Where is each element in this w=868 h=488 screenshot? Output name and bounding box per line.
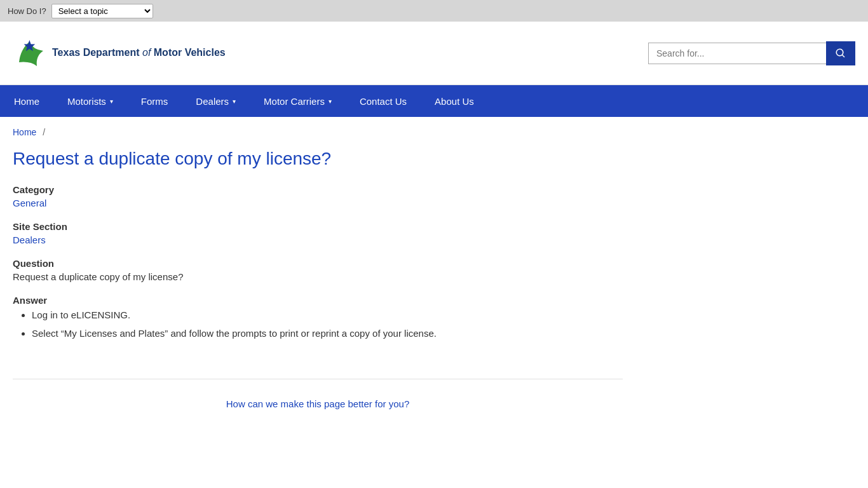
site-section-label: Site Section (13, 221, 623, 232)
category-link[interactable]: General (13, 198, 46, 208)
nav-item-home[interactable]: Home (0, 85, 53, 117)
nav-item-contact-us[interactable]: Contact Us (346, 85, 421, 117)
answer-label: Answer (13, 295, 623, 306)
page-title: Request a duplicate copy of my license? (13, 149, 623, 169)
breadcrumb-separator: / (43, 127, 45, 137)
breadcrumb-home-link[interactable]: Home (13, 127, 36, 137)
search-input[interactable] (648, 43, 826, 64)
answer-item-1: Log in to eLICENSING. (32, 308, 623, 323)
nav-item-dealers[interactable]: Dealers ▾ (182, 85, 250, 117)
site-section-value: Dealers (13, 234, 623, 245)
logo-dept: Texas Department of Motor Vehicles (52, 47, 226, 58)
nav-item-forms[interactable]: Forms (127, 85, 182, 117)
breadcrumb: Home / (0, 117, 868, 142)
nav-item-motor-carriers[interactable]: Motor Carriers ▾ (250, 85, 346, 117)
search-area (648, 41, 855, 65)
top-bar: How Do I? Select a topic (0, 0, 868, 22)
header: Texas Department of Motor Vehicles (0, 22, 868, 85)
nav-item-about-us[interactable]: About Us (421, 85, 488, 117)
motorists-caret: ▾ (110, 98, 113, 105)
logo-icon (13, 37, 46, 70)
answer-item-2: Select “My Licenses and Plates” and foll… (32, 327, 623, 341)
question-text: Request a duplicate copy of my license? (13, 271, 623, 282)
topic-select[interactable]: Select a topic (51, 4, 153, 18)
feedback-link[interactable]: How can we make this page better for you… (226, 398, 410, 409)
search-icon (835, 48, 846, 59)
answer-content: Log in to eLICENSING. Select “My License… (13, 308, 623, 341)
logo-text: Texas Department of Motor Vehicles (52, 46, 226, 60)
feedback-bar: How can we make this page better for you… (13, 379, 623, 422)
motor-carriers-caret: ▾ (329, 98, 332, 105)
logo-area: Texas Department of Motor Vehicles (13, 37, 226, 70)
how-do-i-label: How Do I? (8, 6, 46, 16)
main-nav: Home Motorists ▾ Forms Dealers ▾ Motor C… (0, 85, 868, 117)
question-content: Request a duplicate copy of my license? (13, 271, 623, 282)
category-label: Category (13, 184, 623, 195)
question-label: Question (13, 258, 623, 269)
site-section-link[interactable]: Dealers (13, 234, 46, 245)
main-content: Request a duplicate copy of my license? … (0, 142, 635, 447)
search-button[interactable] (826, 41, 855, 65)
answer-list: Log in to eLICENSING. Select “My License… (32, 308, 623, 341)
nav-item-motorists[interactable]: Motorists ▾ (53, 85, 127, 117)
category-value: General (13, 198, 623, 208)
dealers-caret: ▾ (233, 98, 236, 105)
